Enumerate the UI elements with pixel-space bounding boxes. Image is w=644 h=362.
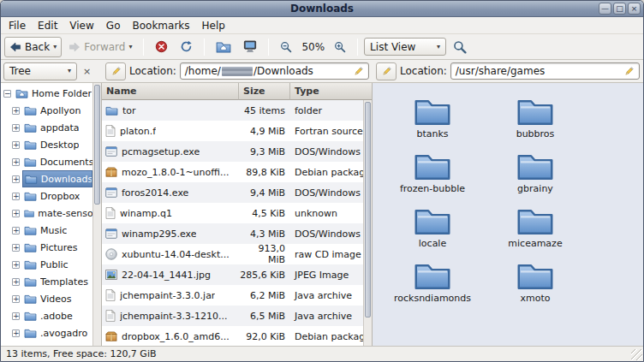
window-controls: — □ × [599, 3, 641, 15]
folder-item-xmoto[interactable]: xmoto [484, 259, 587, 313]
sidebar-item-public[interactable]: + Public [1, 256, 92, 273]
sidebar-item-music[interactable]: + Music [1, 222, 92, 239]
folder-item-gbrainy[interactable]: gbrainy [484, 150, 587, 204]
expander-icon[interactable]: + [12, 227, 20, 234]
content-area: − Home Folder + Apollyon + appdata + Des… [1, 83, 643, 346]
file-row-pcmagsetup-exe[interactable]: pcmagsetup.exe 9,3 MiB DOS/Windows ex... [102, 141, 363, 162]
sidebar-item-home-folder[interactable]: − Home Folder [1, 85, 92, 102]
sidebar-item-documents[interactable]: + Documents [1, 153, 92, 170]
expander-icon[interactable]: + [12, 244, 20, 252]
expander-icon[interactable]: + [12, 175, 20, 183]
column-header-size[interactable]: Size [239, 83, 290, 100]
menu-file[interactable]: File [3, 17, 32, 34]
menu-help[interactable]: Help [196, 17, 231, 34]
menu-bookmarks[interactable]: Bookmarks [126, 17, 195, 34]
expander-icon[interactable]: + [12, 107, 20, 115]
back-button[interactable]: Back ▾ [4, 37, 62, 57]
expander-icon[interactable]: + [12, 193, 20, 200]
maximize-button[interactable]: □ [613, 3, 626, 15]
forward-button[interactable]: Forward ▾ [63, 37, 137, 57]
file-row-mozo-deb[interactable]: mozo_1.8.0-1~unoffi... 89,8 KiB Debian p… [102, 162, 363, 182]
file-manager-window: Downloads — □ × File Edit View Go Bookma… [0, 0, 644, 362]
sidebar-item-templates[interactable]: + Templates [1, 273, 92, 290]
expander-icon[interactable]: + [12, 278, 20, 286]
minimize-button[interactable]: — [599, 3, 611, 15]
path-text: /usr/share/games [456, 65, 545, 77]
file-row-jchempaint-33-jar[interactable]: jchempaint-3.3-1210... 6,5 MiB Java arch… [102, 306, 363, 326]
file-row-foros2014-exe[interactable]: foros2014.exe 9,4 MiB DOS/Windows ex... [102, 182, 363, 203]
file-name: mozo_1.8.0-1~unoffi... [122, 167, 229, 178]
file-row-dropbox-deb[interactable]: dropbox_1.6.0_amd6... 92,0 KiB Debian pa… [102, 326, 363, 346]
sidebar-item-apollyon[interactable]: + Apollyon [1, 102, 92, 119]
expander-icon[interactable]: + [12, 141, 20, 149]
menu-view[interactable]: View [63, 17, 99, 34]
expander-icon[interactable]: + [12, 295, 20, 303]
expander-icon[interactable]: + [12, 329, 20, 337]
sidebar-item-videos[interactable]: + Videos [1, 290, 92, 307]
file-row-tor[interactable]: tor 45 items folder [102, 100, 363, 121]
scrollbar-thumb[interactable] [94, 85, 100, 205]
file-row-platon-f[interactable]: platon.f 4,9 MiB Fortran source co... [102, 121, 363, 141]
folder-item-bubbros[interactable]: bubbros [484, 95, 587, 149]
folder-item-rocksndiamonds[interactable]: rocksndiamonds [381, 259, 484, 313]
file-row-winamp295-exe[interactable]: winamp295.exe 4,3 MiB DOS/Windows ex... [102, 223, 363, 244]
folder-icon [24, 139, 37, 150]
edit-location-button[interactable] [105, 62, 126, 80]
file-list-scrollbar[interactable] [363, 100, 372, 346]
sidebar-item-dot-avogadro[interactable]: + .avogadro [1, 324, 92, 341]
menu-edit[interactable]: Edit [32, 17, 63, 34]
pencil-icon [381, 66, 392, 77]
expander-icon[interactable]: − [3, 90, 11, 98]
folder-item-frozen-bubble[interactable]: frozen-bubble [381, 150, 484, 204]
folder-item-btanks[interactable]: btanks [381, 95, 484, 149]
archive-file-icon [105, 289, 116, 301]
column-header-type[interactable]: Type [290, 83, 372, 100]
edit-location-button[interactable] [376, 62, 397, 80]
resize-grip[interactable] [631, 349, 642, 360]
file-row-jchempaint-330-jar[interactable]: jchempaint-3.3.0.jar 6,2 MiB Java archiv… [102, 285, 363, 306]
zoom-in-button[interactable] [329, 37, 351, 57]
computer-button[interactable] [238, 37, 262, 57]
right-location-input[interactable]: /usr/share/games [450, 62, 640, 80]
scrollbar-thumb[interactable] [365, 102, 371, 317]
expander-icon[interactable]: + [12, 124, 20, 132]
expander-icon[interactable]: + [12, 158, 20, 166]
titlebar[interactable]: Downloads — □ × [1, 1, 643, 17]
file-size: 4,3 MiB [239, 228, 290, 240]
close-button[interactable]: × [628, 3, 641, 15]
sidebar-item-downloads[interactable]: + Downloads [1, 170, 92, 187]
sidebar-item-dropbox[interactable]: + Dropbox [1, 187, 92, 205]
sidebar-scrollbar[interactable] [92, 83, 101, 346]
reload-button[interactable] [175, 37, 198, 57]
folder-icon [24, 191, 37, 201]
column-header-name[interactable]: Name [102, 83, 239, 100]
folder-item-locale[interactable]: locale [381, 205, 484, 258]
folder-icon [516, 205, 554, 235]
stop-button[interactable] [150, 37, 173, 57]
search-button[interactable] [448, 37, 472, 57]
view-mode-select[interactable]: List View ▾ [364, 38, 446, 56]
expander-icon[interactable]: + [12, 312, 20, 320]
sidebar-item-appdata[interactable]: + appdata [1, 119, 92, 136]
file-row-jpg-photo[interactable]: 22-04-14_1441.jpg 285,6 KiB JPEG Image [102, 264, 363, 285]
close-side-pane-button[interactable]: × [80, 64, 94, 79]
expander-icon[interactable]: + [12, 261, 20, 269]
zoom-out-button[interactable] [275, 37, 297, 57]
left-location-input[interactable]: /home/ /Downloads [180, 62, 369, 80]
home-button[interactable] [211, 37, 236, 57]
file-name: jchempaint-3.3.0.jar [120, 290, 215, 301]
list-column-headers: Name Size Type [102, 83, 372, 100]
folder-item-miceamaze[interactable]: miceamaze [484, 205, 587, 258]
sidebar-item-pictures[interactable]: + Pictures [1, 239, 92, 256]
sidebar-item-mate-sensors[interactable]: + mate-sensors- [1, 205, 92, 222]
sidebar-item-desktop[interactable]: + Desktop [1, 136, 92, 153]
side-pane-mode-select[interactable]: Tree ▾ [3, 62, 77, 80]
back-arrow-icon [9, 42, 21, 52]
expander-icon[interactable]: + [12, 210, 20, 217]
menu-go[interactable]: Go [100, 17, 127, 34]
file-size: 6,5 MiB [239, 311, 290, 322]
file-row-winamp-q1[interactable]: winamp.q1 4,5 KiB unknown [102, 203, 363, 223]
file-row-xubuntu-iso[interactable]: xubuntu-14.04-deskt... 913,0 MiB raw CD … [102, 244, 363, 264]
sidebar-item-dot-adobe[interactable]: + .adobe [1, 307, 92, 324]
forward-label: Forward [84, 41, 125, 53]
